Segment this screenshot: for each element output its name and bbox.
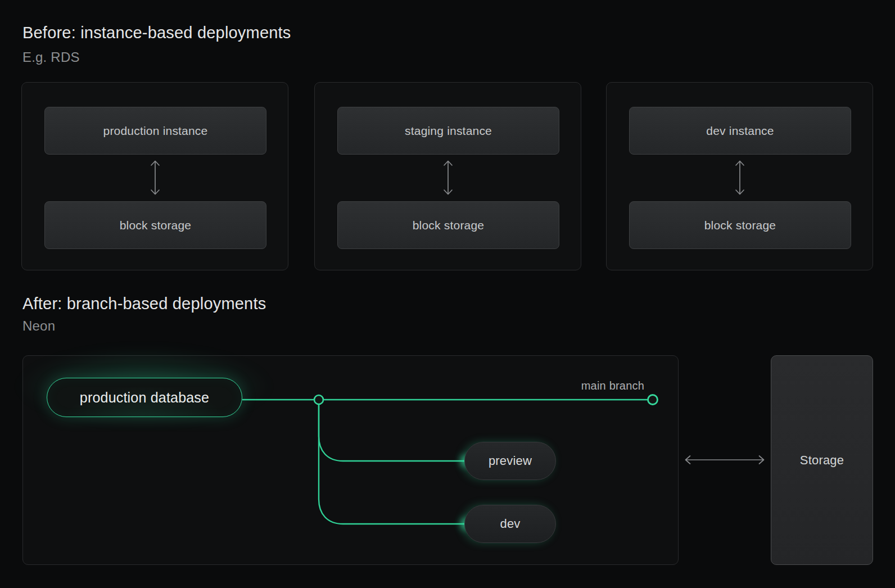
production-instance-box: production instance — [44, 107, 266, 155]
staging-block-storage-box: block storage — [337, 201, 559, 249]
preview-branch-pill: preview — [464, 442, 556, 480]
dev-env-card: dev instance block storage — [606, 82, 873, 270]
dev-branch-line — [319, 404, 464, 524]
updown-arrow-icon — [441, 157, 455, 198]
production-database-pill: production database — [47, 378, 242, 417]
before-section-subtitle: E.g. RDS — [22, 49, 80, 65]
neon-branching-card: production database main branch preview … — [22, 355, 679, 565]
staging-instance-box: staging instance — [337, 107, 559, 155]
after-section-title: After: branch-based deployments — [22, 295, 266, 313]
shared-storage-panel: Storage — [771, 355, 873, 565]
diagram-canvas: Before: instance-based deployments E.g. … — [0, 0, 895, 588]
updown-arrow-icon — [148, 157, 162, 198]
dev-instance-box: dev instance — [629, 107, 851, 155]
before-section-title: Before: instance-based deployments — [22, 24, 291, 42]
preview-branch-line — [319, 404, 464, 461]
main-branch-label: main branch — [581, 379, 644, 392]
production-env-card: production instance block storage — [21, 82, 288, 270]
after-section-subtitle: Neon — [22, 318, 55, 334]
updown-arrow-icon — [733, 157, 747, 198]
dev-block-storage-box: block storage — [629, 201, 851, 249]
staging-env-card: staging instance block storage — [314, 82, 581, 270]
leftright-arrow-icon — [682, 452, 767, 468]
dev-branch-pill: dev — [464, 505, 556, 543]
production-block-storage-box: block storage — [44, 201, 266, 249]
branch-tip-icon — [648, 395, 658, 405]
branch-node-icon — [314, 395, 323, 404]
